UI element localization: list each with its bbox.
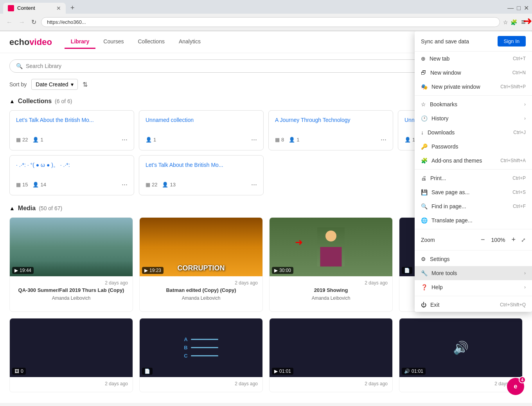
nav-courses[interactable]: Courses	[97, 35, 130, 49]
media-card-7[interactable]: 🔊 🔊 01:01 2 days ago	[399, 318, 523, 392]
items-icon-5: ▦	[146, 182, 150, 188]
active-tab[interactable]: Content ✕	[3, 3, 66, 14]
exit-shortcut: Ctrl+Shift+Q	[500, 302, 526, 308]
nav-library[interactable]: Library	[65, 35, 95, 49]
menu-item-new-tab[interactable]: ⊕ New tab Ctrl+T	[415, 52, 532, 66]
collection-more-5[interactable]: ···	[251, 181, 257, 189]
search-icon: 🔍	[16, 63, 23, 69]
logo-echo: echo	[9, 37, 29, 47]
media-thumb-4: 🖼 0	[10, 318, 133, 377]
tab-close-button[interactable]: ✕	[56, 5, 61, 11]
menu-item-help[interactable]: ❓ Help ›	[415, 280, 532, 294]
media-title-1: Batman edited (Copy) (Copy)	[144, 287, 258, 294]
downloads-label: Downloads	[428, 129, 455, 136]
collection-card-4[interactable]: · .·*: · °( ● ω ● )。 · .·*: ▦15 👤14 ···	[9, 155, 134, 195]
collection-card-1[interactable]: Unnamed collection 👤1 ···	[139, 110, 264, 150]
back-button[interactable]: ←	[5, 17, 14, 27]
sign-in-button[interactable]: Sign In	[498, 36, 526, 47]
menu-item-more-tools[interactable]: 🔧 More tools ›	[415, 266, 532, 280]
more-tools-icon: 🔧	[421, 270, 428, 276]
nav-analytics[interactable]: Analytics	[173, 35, 207, 49]
collection-name-1: Unnamed collection	[146, 117, 257, 131]
help-label: Help	[431, 284, 443, 290]
menu-item-addons[interactable]: 🧩 Add-ons and themes Ctrl+Shift+A	[415, 154, 532, 168]
passwords-label: Passwords	[431, 143, 458, 150]
media-card-6[interactable]: ▶ 01:01 2 days ago	[269, 318, 393, 392]
addons-icon: 🧩	[421, 157, 428, 164]
forward-button[interactable]: →	[17, 17, 27, 27]
firefox-menu: Sync and save data Sign In ⊕ New tab Ctr…	[415, 31, 532, 312]
collection-more-2[interactable]: ···	[381, 136, 386, 144]
media-info-4: 2 days ago	[10, 377, 133, 392]
collections-count: (6 of 6)	[55, 98, 72, 104]
menu-item-bookmarks[interactable]: ☆ Bookmarks ›	[415, 97, 532, 111]
menu-item-translate[interactable]: 🌐 Translate page...	[415, 213, 532, 227]
menu-item-settings[interactable]: ⚙ Settings	[415, 252, 532, 266]
media-card-0[interactable]: ▶ 19:44 2 days ago QA-300 Summer/Fall 20…	[9, 217, 133, 312]
collection-stats-0: ▦22 👤1	[16, 137, 43, 143]
menu-item-find[interactable]: 🔍 Find in page... Ctrl+F	[415, 199, 532, 213]
notification-button[interactable]: e 4	[507, 378, 524, 395]
menu-item-new-window[interactable]: 🗗 New window Ctrl+N	[415, 66, 532, 80]
sort-dropdown[interactable]: Date Created ▾	[31, 79, 77, 90]
refresh-button[interactable]: ↻	[30, 17, 38, 27]
new-window-label: New window	[430, 70, 461, 76]
menu-item-passwords[interactable]: 🔑 Passwords	[415, 140, 532, 154]
nav-collections[interactable]: Collections	[131, 35, 171, 49]
sort-label: Sort by	[9, 81, 27, 88]
collection-card-0[interactable]: Let's Talk About the British Mo... ▦22 👤…	[9, 110, 134, 150]
collection-card-5[interactable]: Let's Talk About the British Mo... ▦22 👤…	[139, 155, 264, 195]
media-info-0: 2 days ago QA-300 Summer/Fall 2019 Thurs…	[10, 276, 133, 305]
zoom-out-button[interactable]: −	[478, 235, 487, 245]
audio-dur-icon-7: 🔊	[404, 368, 410, 374]
zoom-in-button[interactable]: +	[509, 235, 518, 245]
minimize-button[interactable]: —	[507, 5, 514, 12]
play-icon-6: ▶	[274, 368, 278, 374]
play-icon-2: ▶	[274, 268, 278, 273]
collection-stats-1: 👤1	[146, 137, 156, 143]
downloads-shortcut: Ctrl+J	[513, 130, 526, 135]
close-window-button[interactable]: ✕	[524, 4, 529, 12]
menu-item-exit[interactable]: ⏻ Exit Ctrl+Shift+Q	[415, 298, 532, 312]
collection-more-4[interactable]: ···	[122, 181, 128, 189]
media-card-2[interactable]: ▶ 30:00 2 days ago 2019 Showing Amanda L…	[269, 217, 393, 312]
media-card-5[interactable]: A B C 📄	[139, 318, 263, 392]
media-card-4[interactable]: 🖼 0 2 days ago	[9, 318, 133, 392]
collection-stats-2: ▦8 👤1	[275, 137, 299, 143]
menu-item-save-page[interactable]: 💾 Save page as... Ctrl+S	[415, 185, 532, 199]
media-grid-2: 🖼 0 2 days ago A	[9, 318, 523, 392]
maximize-button[interactable]: □	[517, 5, 521, 12]
menu-item-private-window[interactable]: 🎭 New private window Ctrl+Shift+P	[415, 80, 532, 94]
menu-divider-1	[415, 95, 532, 96]
items-icon-0: ▦	[16, 137, 21, 143]
collection-name-5: Let's Talk About the British Mo...	[146, 162, 257, 176]
media-title-2: 2019 Showing	[274, 287, 388, 294]
users-stat-5: 👤13	[162, 182, 175, 188]
firefox-menu-button[interactable]: ≡	[519, 16, 527, 28]
collection-more-1[interactable]: ···	[251, 136, 257, 144]
users-stat-1: 👤1	[146, 137, 156, 143]
media-info-2: 2 days ago 2019 Showing Amanda Leibovich	[270, 276, 392, 305]
sort-order-button[interactable]: ⇅	[83, 81, 88, 88]
menu-divider-5	[415, 296, 532, 296]
menu-item-print[interactable]: 🖨 Print... Ctrl+P	[415, 171, 532, 185]
media-author-0: Amanda Leibovich	[14, 295, 128, 301]
menu-item-history[interactable]: 🕐 History ›	[415, 111, 532, 125]
find-icon: 🔍	[421, 203, 428, 209]
media-duration-3: 📄	[402, 267, 412, 274]
menu-sync-section: Sync and save data Sign In	[415, 31, 532, 52]
media-thumb-0: ▶ 19:44	[10, 218, 133, 276]
collection-card-2[interactable]: A Journey Through Technology ▦8 👤1 ···	[268, 110, 393, 150]
media-thumb-7: 🔊 🔊 01:01	[399, 318, 522, 377]
extensions-icon[interactable]: 🧩	[510, 19, 517, 25]
media-card-1[interactable]: CORRUPTION ▶ 19:23 2 days ago Batman edi…	[139, 217, 263, 312]
media-duration-1: ▶ 19:23	[142, 267, 164, 274]
star-icon[interactable]: ☆	[503, 19, 508, 25]
tab-bar: Content ✕ + — □ ✕	[0, 0, 532, 14]
history-chevron: ›	[524, 116, 526, 121]
new-tab-button[interactable]: +	[67, 2, 78, 14]
menu-item-downloads[interactable]: ↓ Downloads Ctrl+J	[415, 125, 532, 140]
url-input[interactable]	[41, 17, 500, 27]
zoom-fullscreen-button[interactable]: ⤢	[521, 237, 526, 243]
collection-more-0[interactable]: ···	[122, 136, 128, 144]
